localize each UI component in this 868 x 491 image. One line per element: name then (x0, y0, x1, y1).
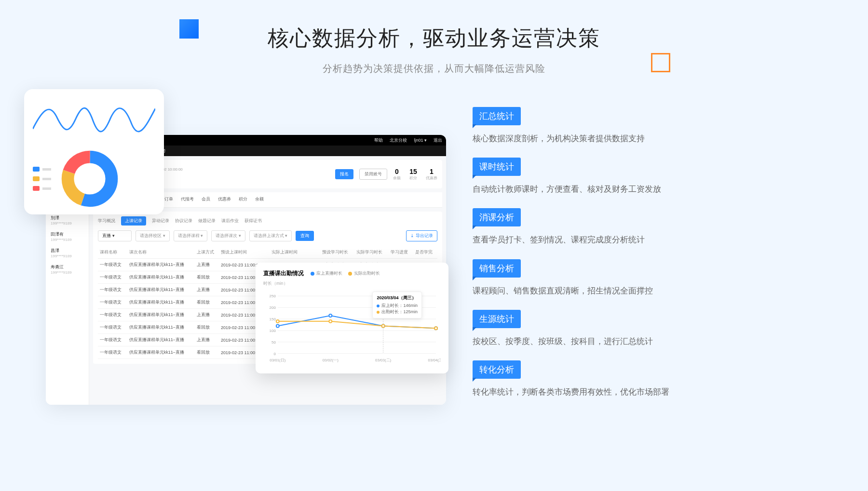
chart-tooltip: 2020/03/04（周三） 应上时长：146min出勤时长：125min (372, 292, 422, 318)
export-button[interactable]: ⤓ 导出记录 (406, 230, 437, 241)
subnav-chip[interactable]: 异动记录 (152, 218, 169, 224)
tab-item[interactable]: 代报考 (181, 192, 194, 207)
subnav-chip[interactable]: 协议记录 (175, 218, 192, 224)
yaxis-label: 时长（min） (263, 280, 441, 287)
feature-desc: 转化率统计，判断各类市场费用有效性，优化市场部署 (473, 385, 781, 398)
table-header: 课程名称 (98, 246, 127, 259)
feature-item: 消课分析查看学员打卡、签到情况、课程完成度分析统计 (473, 208, 781, 246)
feature-tag: 生源统计 (473, 310, 521, 328)
svg-point-24 (276, 320, 279, 323)
feature-tag: 消课分析 (473, 208, 521, 226)
svg-point-27 (434, 327, 437, 330)
tooltip-header: 2020/03/04（周三） (377, 295, 418, 301)
subnav-chip[interactable]: 学习概况 (98, 218, 115, 224)
feature-desc: 课程顾问、销售数据直观清晰，招生情况全面撑控 (473, 284, 781, 297)
donut-chart (61, 150, 119, 208)
hero-title: 核心数据分析，驱动业务运营决策 (0, 24, 868, 53)
svg-point-25 (329, 320, 332, 323)
hero: 核心数据分析，驱动业务运营决策 分析趋势为决策提供依据，从而大幅降低运营风险 (0, 24, 868, 75)
svg-point-26 (382, 324, 385, 327)
filter-select[interactable]: 请选择校区 ▾ (136, 230, 170, 241)
filter-select[interactable]: 直播 ▾ (98, 230, 132, 241)
feature-item: 销售分析课程顾问、销售数据直观清晰，招生情况全面撑控 (473, 259, 781, 297)
svg-text:03/01(日): 03/01(日) (270, 358, 286, 362)
svg-text:03/04(三): 03/04(三) (428, 358, 441, 362)
student-list-item[interactable]: 田澤有199****9189 (49, 228, 86, 245)
topnav-right-item[interactable]: ljn01 ▾ (414, 138, 427, 143)
feature-desc: 查看学员打卡、签到情况、课程完成度分析统计 (473, 233, 781, 246)
tab-item[interactable]: 订单 (164, 192, 173, 207)
student-list-item[interactable]: 寿勇江199****9189 (49, 261, 86, 278)
student-list-item[interactable]: 昌澤199****9189 (49, 245, 86, 261)
feature-tag: 转化分析 (473, 360, 521, 379)
svg-text:0: 0 (273, 352, 276, 356)
feature-item: 课时统计自动统计教师课时，方便查看、核对及财务工资发放 (473, 158, 781, 196)
table-header: 上课方式 (195, 246, 219, 259)
table-header: 实际上课时间 (270, 246, 320, 259)
filter-select[interactable]: 请选择上课方式 ▾ (249, 230, 292, 241)
legend-item: 应上直播时长 (311, 270, 342, 277)
topnav-right-item[interactable]: 北京分校 (390, 137, 407, 144)
feature-tag: 汇总统计 (473, 107, 521, 125)
svg-point-20 (276, 324, 279, 327)
table-header: 实际学习时长 (354, 246, 389, 259)
feature-desc: 按校区、按季度、按班级、按科目，进行汇总统计 (473, 335, 781, 348)
stat-item: 0余额 (393, 168, 401, 181)
legend-swatch-yellow (33, 176, 40, 181)
tab-item[interactable]: 余额 (255, 192, 264, 207)
tab-item[interactable]: 优惠券 (218, 192, 231, 207)
table-header: 学习进度 (389, 246, 413, 259)
svg-text:100: 100 (270, 329, 276, 333)
stat-item: 1优惠券 (426, 168, 437, 181)
svg-text:03/03(二): 03/03(二) (375, 358, 392, 362)
filter-select[interactable]: 请选择课次 ▾ (211, 230, 245, 241)
table-header: 预设上课时间 (219, 246, 270, 259)
decor-orange-square (651, 53, 670, 72)
feature-tag: 课时统计 (473, 158, 521, 176)
feature-item: 生源统计按校区、按季度、按班级、按科目，进行汇总统计 (473, 310, 781, 348)
svg-text:250: 250 (270, 294, 276, 298)
topnav-right-item[interactable]: 帮助 (374, 137, 383, 144)
svg-text:50: 50 (271, 340, 276, 345)
legend-swatch-blue (33, 167, 40, 172)
svg-point-21 (329, 314, 332, 317)
feature-desc: 自动统计教师课时，方便查看、核对及财务工资发放 (473, 183, 781, 196)
feature-desc: 核心数据深度剖析，为机构决策者提供数据支持 (473, 132, 781, 145)
tab-item[interactable]: 积分 (239, 192, 247, 207)
subnav-chip[interactable]: 获得证书 (244, 218, 262, 224)
table-header: 是否学完 (413, 246, 437, 259)
query-button[interactable]: 查询 (296, 231, 314, 241)
chart-title: 直播课出勤情况 (263, 269, 304, 278)
topnav-right-item[interactable]: 退出 (434, 137, 442, 144)
legend-swatch-red (33, 186, 40, 191)
student-list-item[interactable]: 別澤199****9189 (49, 212, 86, 228)
feature-item: 汇总统计核心数据深度剖析，为机构决策者提供数据支持 (473, 107, 781, 145)
attendance-chart-card: 直播课出勤情况 应上直播时长实际出勤时长 时长（min） 05010015020… (256, 263, 448, 373)
table-header: 课次名称 (127, 246, 195, 259)
svg-text:03/02(一): 03/02(一) (323, 358, 339, 362)
feature-list: 汇总统计核心数据深度剖析，为机构决策者提供数据支持课时统计自动统计教师课时，方便… (473, 107, 781, 411)
subnav-chip[interactable]: 上课记录 (121, 216, 146, 226)
donut-legend (33, 167, 51, 191)
hero-subtitle: 分析趋势为决策提供依据，从而大幅降低运营风险 (0, 62, 868, 75)
feature-item: 转化分析转化率统计，判断各类市场费用有效性，优化市场部署 (473, 360, 781, 398)
sparkline-chart (33, 98, 155, 141)
svg-text:150: 150 (270, 317, 276, 321)
table-header: 预设学习时长 (320, 246, 354, 259)
legend-item: 实际出勤时长 (348, 270, 380, 277)
subnav-chip[interactable]: 做题记录 (198, 218, 216, 224)
stat-item: 15积分 (409, 168, 417, 181)
subnav-chip[interactable]: 课后作业 (221, 218, 239, 224)
feature-tag: 销售分析 (473, 259, 521, 278)
tab-item[interactable]: 会员 (202, 192, 210, 207)
svg-text:200: 200 (270, 305, 276, 310)
filter-select[interactable]: 请选择课程 ▾ (174, 230, 208, 241)
insight-card (24, 89, 164, 214)
signup-button[interactable]: 报名 (335, 169, 353, 179)
disable-account-button[interactable]: 禁用账号 (359, 169, 387, 180)
